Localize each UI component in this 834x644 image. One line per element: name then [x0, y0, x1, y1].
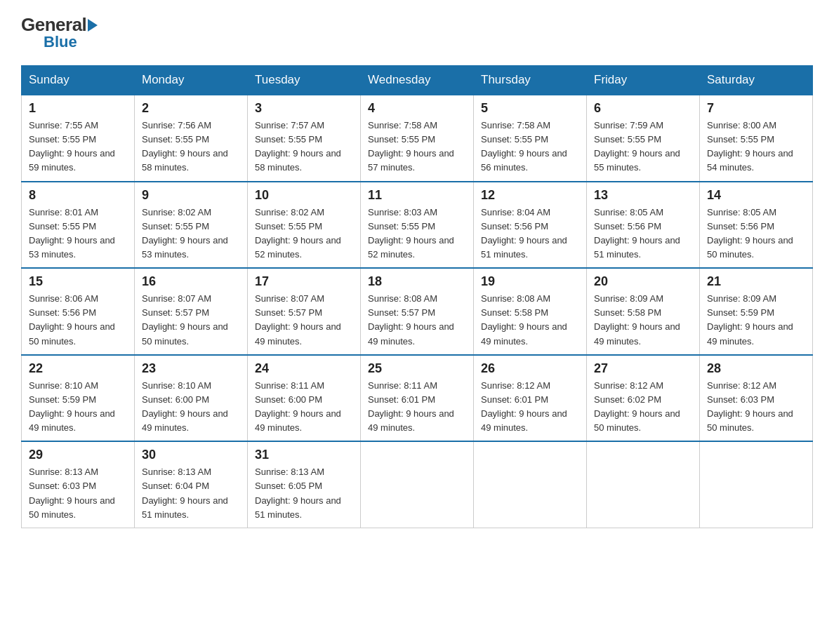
day-info: Sunrise: 8:01 AMSunset: 5:55 PMDaylight:… — [29, 206, 127, 262]
table-row: 24Sunrise: 8:11 AMSunset: 6:00 PMDayligh… — [248, 355, 361, 442]
day-info: Sunrise: 7:56 AMSunset: 5:55 PMDaylight:… — [142, 119, 240, 175]
table-row: 21Sunrise: 8:09 AMSunset: 5:59 PMDayligh… — [700, 268, 813, 355]
header-monday: Monday — [135, 66, 248, 95]
table-row: 6Sunrise: 7:59 AMSunset: 5:55 PMDaylight… — [587, 95, 700, 182]
day-info: Sunrise: 8:06 AMSunset: 5:56 PMDaylight:… — [29, 292, 127, 349]
day-info: Sunrise: 7:55 AMSunset: 5:55 PMDaylight:… — [29, 119, 127, 175]
logo: General Blue — [21, 14, 98, 51]
week-row-3: 15Sunrise: 8:06 AMSunset: 5:56 PMDayligh… — [22, 268, 813, 355]
day-info: Sunrise: 8:09 AMSunset: 5:59 PMDaylight:… — [707, 292, 805, 349]
day-info: Sunrise: 7:58 AMSunset: 5:55 PMDaylight:… — [481, 119, 579, 175]
day-info: Sunrise: 8:02 AMSunset: 5:55 PMDaylight:… — [255, 206, 353, 262]
table-row: 3Sunrise: 7:57 AMSunset: 5:55 PMDaylight… — [248, 95, 361, 182]
day-info: Sunrise: 8:13 AMSunset: 6:05 PMDaylight:… — [255, 465, 353, 522]
day-number: 29 — [29, 448, 127, 462]
day-number: 1 — [29, 101, 127, 116]
day-info: Sunrise: 8:08 AMSunset: 5:58 PMDaylight:… — [481, 292, 579, 349]
table-row: 2Sunrise: 7:56 AMSunset: 5:55 PMDaylight… — [135, 95, 248, 182]
day-number: 15 — [29, 274, 127, 289]
day-number: 12 — [481, 188, 579, 203]
table-row: 10Sunrise: 8:02 AMSunset: 5:55 PMDayligh… — [248, 182, 361, 269]
day-number: 18 — [368, 274, 466, 289]
day-number: 16 — [142, 274, 240, 289]
day-info: Sunrise: 7:59 AMSunset: 5:55 PMDaylight:… — [594, 119, 692, 175]
day-info: Sunrise: 8:09 AMSunset: 5:58 PMDaylight:… — [594, 292, 692, 349]
day-number: 4 — [368, 101, 466, 116]
day-info: Sunrise: 8:12 AMSunset: 6:01 PMDaylight:… — [481, 379, 579, 436]
day-info: Sunrise: 8:05 AMSunset: 5:56 PMDaylight:… — [594, 206, 692, 262]
table-row: 17Sunrise: 8:07 AMSunset: 5:57 PMDayligh… — [248, 268, 361, 355]
day-number: 17 — [255, 274, 353, 289]
table-row: 26Sunrise: 8:12 AMSunset: 6:01 PMDayligh… — [474, 355, 587, 442]
day-info: Sunrise: 8:11 AMSunset: 6:00 PMDaylight:… — [255, 379, 353, 436]
table-row: 22Sunrise: 8:10 AMSunset: 5:59 PMDayligh… — [22, 355, 135, 442]
day-info: Sunrise: 8:13 AMSunset: 6:04 PMDaylight:… — [142, 465, 240, 522]
table-row: 7Sunrise: 8:00 AMSunset: 5:55 PMDaylight… — [700, 95, 813, 182]
table-row — [700, 441, 813, 528]
day-info: Sunrise: 8:02 AMSunset: 5:55 PMDaylight:… — [142, 206, 240, 262]
table-row: 4Sunrise: 7:58 AMSunset: 5:55 PMDaylight… — [361, 95, 474, 182]
table-row: 13Sunrise: 8:05 AMSunset: 5:56 PMDayligh… — [587, 182, 700, 269]
day-info: Sunrise: 7:58 AMSunset: 5:55 PMDaylight:… — [368, 119, 466, 175]
day-info: Sunrise: 8:12 AMSunset: 6:02 PMDaylight:… — [594, 379, 692, 436]
page-header: General Blue — [21, 14, 813, 51]
table-row: 20Sunrise: 8:09 AMSunset: 5:58 PMDayligh… — [587, 268, 700, 355]
day-info: Sunrise: 8:10 AMSunset: 5:59 PMDaylight:… — [29, 379, 127, 436]
table-row: 23Sunrise: 8:10 AMSunset: 6:00 PMDayligh… — [135, 355, 248, 442]
header-sunday: Sunday — [22, 66, 135, 95]
day-number: 21 — [707, 274, 805, 289]
day-number: 5 — [481, 101, 579, 116]
table-row — [587, 441, 700, 528]
table-row — [474, 441, 587, 528]
day-info: Sunrise: 8:03 AMSunset: 5:55 PMDaylight:… — [368, 206, 466, 262]
table-row: 15Sunrise: 8:06 AMSunset: 5:56 PMDayligh… — [22, 268, 135, 355]
table-row: 19Sunrise: 8:08 AMSunset: 5:58 PMDayligh… — [474, 268, 587, 355]
day-info: Sunrise: 8:08 AMSunset: 5:57 PMDaylight:… — [368, 292, 466, 349]
day-info: Sunrise: 8:00 AMSunset: 5:55 PMDaylight:… — [707, 119, 805, 175]
day-number: 24 — [255, 361, 353, 376]
table-row — [361, 441, 474, 528]
table-row: 5Sunrise: 7:58 AMSunset: 5:55 PMDaylight… — [474, 95, 587, 182]
day-number: 7 — [707, 101, 805, 116]
day-info: Sunrise: 8:10 AMSunset: 6:00 PMDaylight:… — [142, 379, 240, 436]
day-number: 3 — [255, 101, 353, 116]
day-number: 9 — [142, 188, 240, 203]
day-info: Sunrise: 8:12 AMSunset: 6:03 PMDaylight:… — [707, 379, 805, 436]
day-number: 14 — [707, 188, 805, 203]
day-number: 20 — [594, 274, 692, 289]
header-tuesday: Tuesday — [248, 66, 361, 95]
table-row: 28Sunrise: 8:12 AMSunset: 6:03 PMDayligh… — [700, 355, 813, 442]
day-info: Sunrise: 8:05 AMSunset: 5:56 PMDaylight:… — [707, 206, 805, 262]
table-row: 27Sunrise: 8:12 AMSunset: 6:02 PMDayligh… — [587, 355, 700, 442]
week-row-5: 29Sunrise: 8:13 AMSunset: 6:03 PMDayligh… — [22, 441, 813, 528]
day-number: 27 — [594, 361, 692, 376]
table-row: 29Sunrise: 8:13 AMSunset: 6:03 PMDayligh… — [22, 441, 135, 528]
header-friday: Friday — [587, 66, 700, 95]
logo-arrow-icon — [88, 19, 98, 32]
day-number: 8 — [29, 188, 127, 203]
day-info: Sunrise: 7:57 AMSunset: 5:55 PMDaylight:… — [255, 119, 353, 175]
day-number: 23 — [142, 361, 240, 376]
day-number: 19 — [481, 274, 579, 289]
day-number: 6 — [594, 101, 692, 116]
table-row: 14Sunrise: 8:05 AMSunset: 5:56 PMDayligh… — [700, 182, 813, 269]
week-row-2: 8Sunrise: 8:01 AMSunset: 5:55 PMDaylight… — [22, 182, 813, 269]
table-row: 30Sunrise: 8:13 AMSunset: 6:04 PMDayligh… — [135, 441, 248, 528]
day-number: 10 — [255, 188, 353, 203]
day-info: Sunrise: 8:04 AMSunset: 5:56 PMDaylight:… — [481, 206, 579, 262]
day-number: 22 — [29, 361, 127, 376]
table-row: 25Sunrise: 8:11 AMSunset: 6:01 PMDayligh… — [361, 355, 474, 442]
day-info: Sunrise: 8:11 AMSunset: 6:01 PMDaylight:… — [368, 379, 466, 436]
day-number: 30 — [142, 448, 240, 462]
header-saturday: Saturday — [700, 66, 813, 95]
day-info: Sunrise: 8:07 AMSunset: 5:57 PMDaylight:… — [255, 292, 353, 349]
logo-blue: Blue — [44, 33, 98, 51]
table-row: 12Sunrise: 8:04 AMSunset: 5:56 PMDayligh… — [474, 182, 587, 269]
day-number: 28 — [707, 361, 805, 376]
day-number: 26 — [481, 361, 579, 376]
day-number: 11 — [368, 188, 466, 203]
week-row-4: 22Sunrise: 8:10 AMSunset: 5:59 PMDayligh… — [22, 355, 813, 442]
day-number: 31 — [255, 448, 353, 462]
calendar-header-row: SundayMondayTuesdayWednesdayThursdayFrid… — [22, 66, 813, 95]
week-row-1: 1Sunrise: 7:55 AMSunset: 5:55 PMDaylight… — [22, 95, 813, 182]
